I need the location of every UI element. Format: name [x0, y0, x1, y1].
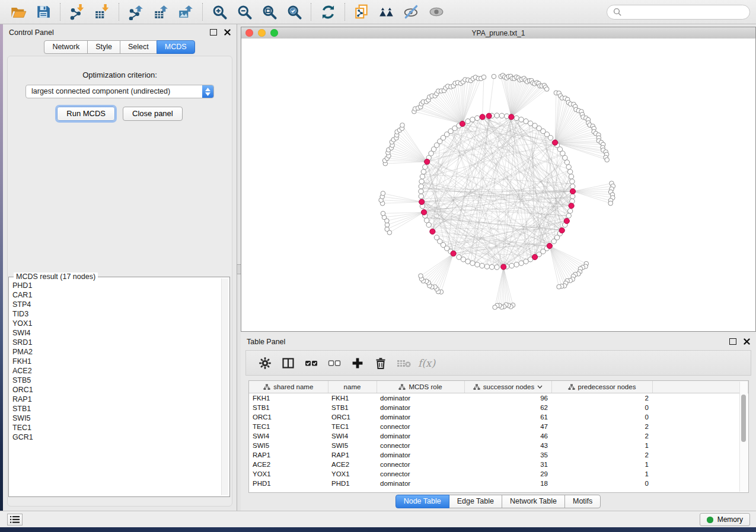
network-node[interactable] — [419, 189, 423, 194]
float-panel-icon[interactable] — [210, 29, 217, 36]
table-row[interactable]: ORC1ORC1dominator610 — [249, 412, 748, 422]
run-mcds-button[interactable]: Run MCDS — [57, 107, 115, 121]
network-node[interactable] — [495, 265, 499, 270]
close-window-icon[interactable] — [245, 29, 253, 37]
minimize-window-icon[interactable] — [258, 29, 266, 37]
network-node[interactable] — [434, 235, 439, 240]
panel-menu-button[interactable] — [7, 514, 23, 525]
leaf-node[interactable] — [381, 211, 385, 216]
network-node[interactable] — [419, 194, 423, 198]
column-header-successor-nodes[interactable]: successor nodes — [464, 381, 551, 393]
export-network-button[interactable] — [123, 2, 148, 22]
network-graph[interactable] — [241, 39, 755, 331]
network-node[interactable] — [514, 262, 519, 267]
mcds-result-item[interactable]: GCR1 — [12, 432, 220, 442]
network-node[interactable] — [567, 169, 572, 174]
network-node[interactable] — [423, 165, 428, 169]
mcds-result-item[interactable]: SWI4 — [12, 328, 220, 338]
leaf-node[interactable] — [400, 123, 405, 128]
mcds-result-item[interactable]: FKH1 — [12, 357, 220, 366]
mcds-result-item[interactable]: SWI5 — [12, 414, 220, 423]
export-image-button[interactable] — [173, 2, 198, 22]
mcds-result-item[interactable]: STP4 — [12, 300, 220, 309]
leaf-node[interactable] — [608, 201, 613, 206]
network-node[interactable] — [465, 119, 470, 124]
table-row[interactable]: PHD1PHD1dominator180 — [249, 479, 748, 488]
dominator-node[interactable] — [486, 113, 492, 118]
network-node[interactable] — [499, 113, 504, 118]
show-all-button[interactable] — [424, 2, 449, 22]
mcds-result-item[interactable]: PMA2 — [12, 347, 220, 357]
zoom-selected-button[interactable] — [282, 2, 307, 22]
table-row[interactable]: SWI4SWI4dominator462 — [249, 431, 748, 441]
dominator-node[interactable] — [419, 199, 425, 204]
network-node[interactable] — [421, 169, 426, 174]
column-header-predecessor-nodes[interactable]: predecessor nodes — [551, 381, 652, 393]
dominator-node[interactable] — [569, 203, 574, 209]
dominator-node[interactable] — [421, 210, 426, 215]
network-node[interactable] — [567, 209, 572, 213]
dominator-node[interactable] — [559, 227, 564, 233]
import-network-button[interactable] — [65, 2, 90, 22]
float-table-panel-icon[interactable] — [729, 338, 736, 345]
new-network-from-selection-button[interactable] — [349, 2, 374, 22]
dominator-node[interactable] — [553, 140, 558, 145]
table-row[interactable]: STB1STB1dominator620 — [249, 403, 748, 412]
network-node[interactable] — [470, 261, 475, 265]
network-node[interactable] — [480, 263, 484, 268]
network-node[interactable] — [524, 259, 528, 264]
column-header-name[interactable]: name — [328, 381, 377, 393]
tab-style[interactable]: Style — [87, 40, 120, 54]
table-tab-node-table[interactable]: Node Table — [395, 495, 449, 508]
zoom-out-button[interactable] — [232, 2, 257, 22]
tab-network[interactable]: Network — [44, 40, 88, 54]
criterion-dropdown[interactable]: largest connected component (undirected) — [25, 85, 214, 98]
maximize-window-icon[interactable] — [270, 29, 278, 37]
network-node[interactable] — [425, 218, 429, 223]
network-node[interactable] — [566, 165, 571, 169]
save-session-button[interactable] — [31, 2, 56, 22]
close-table-panel-icon[interactable] — [744, 338, 750, 345]
table-row[interactable]: ACE2ACE2connector311 — [249, 460, 748, 469]
dominator-node[interactable] — [570, 188, 575, 194]
tab-mcds[interactable]: MCDS — [157, 40, 195, 54]
table-scrollbar[interactable] — [739, 382, 748, 492]
show-hide-columns-button[interactable] — [276, 352, 299, 374]
mcds-result-item[interactable]: TID3 — [12, 309, 220, 319]
memory-button[interactable]: Memory — [700, 513, 750, 526]
network-node[interactable] — [509, 263, 514, 268]
network-node[interactable] — [548, 135, 553, 140]
network-node[interactable] — [419, 184, 423, 188]
mcds-result-item[interactable]: YOX1 — [12, 319, 220, 328]
select-all-button[interactable] — [299, 352, 323, 374]
network-node[interactable] — [569, 174, 573, 179]
network-node[interactable] — [519, 117, 524, 122]
column-header-shared-name[interactable]: shared name — [249, 381, 328, 393]
mcds-result-item[interactable]: STB5 — [12, 376, 220, 385]
network-node[interactable] — [564, 160, 569, 165]
network-node[interactable] — [484, 264, 489, 269]
mcds-result-item[interactable]: RAP1 — [12, 395, 220, 404]
close-panel-button[interactable]: Close panel — [123, 107, 183, 121]
create-column-button[interactable] — [346, 352, 369, 374]
dominator-node[interactable] — [460, 121, 465, 126]
column-header-MCDS-role[interactable]: MCDS role — [377, 381, 464, 393]
import-table-button[interactable] — [90, 2, 114, 22]
zoom-fit-button[interactable] — [257, 2, 282, 22]
dominator-node[interactable] — [451, 251, 456, 256]
table-tab-network-table[interactable]: Network Table — [502, 495, 565, 508]
dominator-node[interactable] — [430, 229, 435, 234]
network-canvas[interactable] — [241, 39, 755, 331]
network-node[interactable] — [570, 179, 575, 184]
network-node[interactable] — [514, 116, 519, 120]
leaf-node[interactable] — [557, 284, 562, 289]
table-row[interactable]: RAP1RAP1dominator352 — [249, 450, 748, 460]
dominator-node[interactable] — [425, 159, 430, 164]
mcds-result-item[interactable]: STB1 — [12, 404, 220, 414]
tab-select[interactable]: Select — [120, 40, 157, 54]
leaf-node[interactable] — [419, 274, 423, 278]
result-scrollbar[interactable] — [221, 278, 228, 495]
network-node[interactable] — [519, 261, 524, 265]
export-table-button[interactable] — [148, 2, 173, 22]
dominator-node[interactable] — [547, 243, 552, 249]
